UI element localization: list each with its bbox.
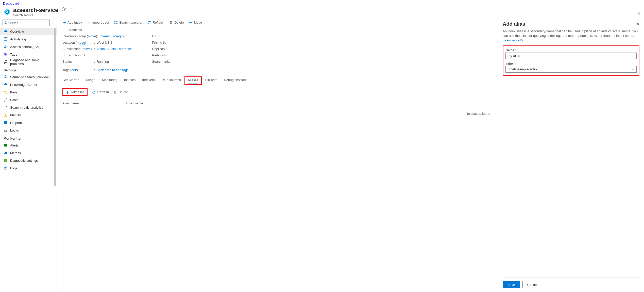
tab-get-started[interactable]: Get Started xyxy=(62,77,79,84)
tab-skillsets[interactable]: Skillsets xyxy=(205,77,217,84)
rg-link[interactable]: my-resource-group xyxy=(99,34,127,38)
sidebar-item-diagnose[interactable]: Diagnose and solve problems xyxy=(0,58,57,66)
delete-button[interactable]: Delete xyxy=(169,21,184,24)
alerts-icon xyxy=(4,143,8,147)
sidebar-item-overview[interactable]: Overview xyxy=(0,28,57,35)
collapse-sidebar-icon[interactable]: « xyxy=(51,21,54,25)
select-value: hotels-sample-index xyxy=(508,67,537,71)
svg-rect-21 xyxy=(4,144,7,147)
sidebar-item-diagsettings[interactable]: Diagnostic settings xyxy=(0,157,57,164)
sidebar-search-input[interactable] xyxy=(8,21,48,25)
close-icon[interactable]: ✕ xyxy=(637,11,640,16)
svg-point-11 xyxy=(6,46,7,47)
lock-icon xyxy=(4,128,8,132)
sidebar-item-locks[interactable]: Locks xyxy=(0,126,57,134)
sidebar: « Overview Activity log Access control (… xyxy=(0,18,57,292)
sidebar-item-logs[interactable]: Logs xyxy=(0,164,57,172)
svg-point-12 xyxy=(4,76,6,78)
resource-subtitle: Search service xyxy=(13,13,58,17)
ess-subscription: Subscription (move) : Visual Studio Ente… xyxy=(62,47,132,51)
logs-icon xyxy=(4,166,8,170)
sidebar-item-label: Logs xyxy=(10,166,17,170)
add-index-button[interactable]: Add index xyxy=(62,21,82,24)
panel-title: Add alias xyxy=(503,21,525,27)
favorite-icon[interactable] xyxy=(62,7,66,11)
properties-icon xyxy=(4,121,8,125)
sidebar-item-properties[interactable]: Properties xyxy=(0,119,57,126)
search-explorer-button[interactable]: Search explorer xyxy=(114,21,143,24)
aliases-delete-button[interactable]: Delete xyxy=(113,90,128,94)
save-button[interactable]: Save xyxy=(503,281,520,288)
loc-move-link[interactable]: move xyxy=(77,41,85,45)
sidebar-item-label: Identity xyxy=(10,113,21,117)
th-alias-name: Alias name xyxy=(62,101,126,105)
tab-data-sources[interactable]: Data sources xyxy=(161,77,181,84)
add-alias-button[interactable]: Add alias xyxy=(62,88,88,96)
analytics-icon xyxy=(4,105,8,109)
required-marker: * xyxy=(515,48,516,52)
tab-usage[interactable]: Usage xyxy=(86,77,95,84)
svg-point-4 xyxy=(5,22,7,24)
essentials-label: Essentials xyxy=(67,28,82,32)
aliases-refresh-button[interactable]: Refresh xyxy=(92,90,109,94)
sidebar-item-keys[interactable]: Keys xyxy=(0,88,57,96)
tab-indexes[interactable]: Indexes xyxy=(124,77,136,84)
tags-edit-link[interactable]: edit xyxy=(71,68,77,72)
sidebar-item-label: Knowledge Center xyxy=(10,83,37,87)
svg-rect-22 xyxy=(4,153,5,154)
field-name: Name * xyxy=(505,48,637,59)
svg-line-5 xyxy=(7,23,8,24)
svg-rect-15 xyxy=(4,106,7,109)
essentials-toggle[interactable]: ⌃ Essentials xyxy=(62,28,492,32)
svg-rect-24 xyxy=(6,152,7,154)
sidebar-item-identity[interactable]: Identity xyxy=(0,111,57,119)
tab-aliases[interactable]: Aliases xyxy=(188,77,198,84)
alias-index-select[interactable]: hotels-sample-index ⌄ xyxy=(505,66,637,73)
tool-label: Refresh xyxy=(97,90,109,94)
sidebar-item-label: Keys xyxy=(10,90,18,94)
panel-close-icon[interactable]: ✕ xyxy=(636,22,639,26)
th-index-name: Index name xyxy=(126,101,143,105)
tab-monitoring[interactable]: Monitoring xyxy=(102,77,117,84)
ess-status: Status : Running xyxy=(62,60,132,63)
grid-icon xyxy=(114,21,118,24)
refresh-button[interactable]: Refresh xyxy=(147,21,164,24)
add-tags-link[interactable]: Click here to add tags xyxy=(97,68,129,72)
rg-move-link[interactable]: move xyxy=(88,34,96,38)
alias-name-input[interactable] xyxy=(505,53,637,59)
import-data-button[interactable]: Import data xyxy=(87,21,109,24)
tool-label: Search explorer xyxy=(119,21,143,24)
breadcrumb-root[interactable]: Dashboard xyxy=(3,2,19,5)
trash-icon xyxy=(113,90,117,94)
sidebar-item-label: Overview xyxy=(10,30,24,34)
sidebar-item-semantic[interactable]: Semantic search (Preview) xyxy=(0,73,57,81)
more-icon[interactable]: ••• xyxy=(69,7,74,11)
sidebar-item-activity[interactable]: Activity log xyxy=(0,35,57,43)
highlight-fields: Name * Index * hotels-sample-index ⌄ xyxy=(503,45,639,76)
sidebar-item-traffic[interactable]: Search traffic analytics xyxy=(0,104,57,111)
nav-scrollbar[interactable] xyxy=(54,28,57,292)
sidebar-item-knowledge[interactable]: Knowledge Center xyxy=(0,81,57,88)
sidebar-item-scale[interactable]: Scale xyxy=(0,96,57,104)
sidebar-item-tags[interactable]: Tags xyxy=(0,51,57,58)
sidebar-item-label: Metrics xyxy=(10,151,21,155)
cancel-button[interactable]: Cancel xyxy=(522,281,542,288)
sub-link[interactable]: Visual Studio Enterprise xyxy=(97,47,132,51)
tab-debug[interactable]: Debug sessions xyxy=(224,77,247,84)
tab-indexers[interactable]: Indexers xyxy=(142,77,155,84)
sidebar-item-label: Scale xyxy=(10,98,19,102)
sidebar-item-alerts[interactable]: Alerts xyxy=(0,141,57,149)
cloud-icon xyxy=(4,29,8,34)
sidebar-item-iam[interactable]: Access control (IAM) xyxy=(0,43,57,51)
sidebar-item-label: Search traffic analytics xyxy=(10,106,43,109)
sidebar-item-label: Diagnostic settings xyxy=(10,159,38,163)
sidebar-item-label: Semantic search (Preview) xyxy=(10,75,49,79)
sidebar-item-metrics[interactable]: Metrics xyxy=(0,149,57,157)
sidebar-group-monitoring: Monitoring xyxy=(0,134,57,141)
sub-move-link[interactable]: move xyxy=(83,47,91,51)
move-button[interactable]: Move ⌄ xyxy=(189,21,206,24)
sidebar-item-label: Properties xyxy=(10,121,25,125)
activity-log-icon xyxy=(4,37,8,41)
learn-more-link[interactable]: Learn more ⧉ xyxy=(503,38,523,42)
sidebar-search[interactable] xyxy=(3,20,50,26)
